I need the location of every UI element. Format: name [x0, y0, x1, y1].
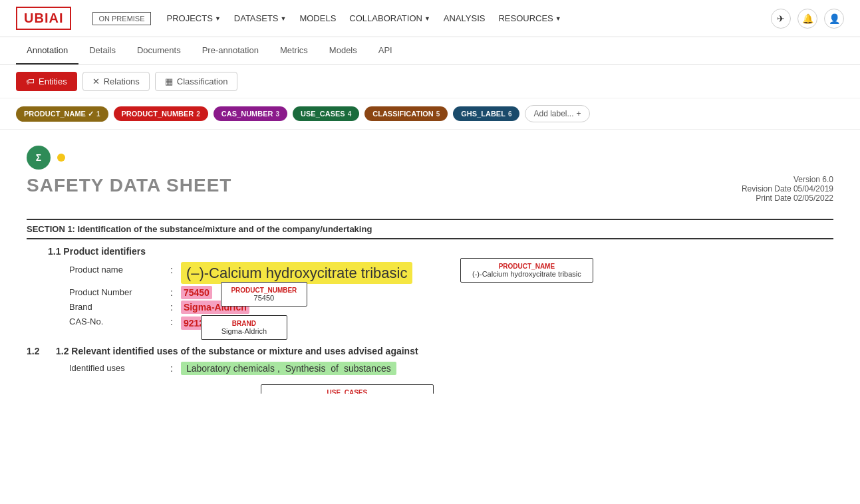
add-label-plus-icon: +	[577, 109, 581, 118]
print-date-text: Print Date 02/05/2022	[742, 193, 833, 203]
lab-chem-highlight: Laboratory chemicals	[184, 362, 277, 375]
nav-icon-group: ✈ 🔔 👤	[771, 9, 844, 29]
nav-datasets[interactable]: DATASETS ▼	[234, 13, 287, 23]
product-name-colon: :	[170, 265, 173, 275]
label-product-number[interactable]: PRODUCT_NUMBER 2	[114, 106, 208, 121]
nav-collaboration[interactable]: COLLABORATION ▼	[349, 13, 430, 23]
subsection-1-2-title: 1.2 Relevant identified uses of the subs…	[56, 346, 418, 356]
add-label-button[interactable]: Add label... +	[525, 105, 589, 122]
classification-label-text: CLASSIFICATION	[372, 110, 433, 118]
of-text: of	[331, 363, 341, 374]
product-number-tooltip-label: PRODUCT_NUMBER	[228, 287, 300, 294]
label-bar: PRODUCT_NAME ✓ 1 PRODUCT_NUMBER 2 CAS_NU…	[0, 98, 860, 130]
version-info: Version 6.0 Revision Date 05/04/2019 Pri…	[742, 175, 833, 203]
user-icon-button[interactable]: 👤	[824, 9, 844, 29]
collaboration-chevron: ▼	[424, 15, 430, 22]
brand-tooltip-label: BRAND	[208, 320, 280, 327]
top-navigation: UBIAI ON PREMISE PROJECTS ▼ DATASETS ▼ M…	[0, 0, 860, 37]
projects-chevron: ▼	[215, 15, 221, 22]
subsection-1-1-title: 1.1 Product identifiers	[48, 246, 833, 257]
product-name-row: Product name : (–)-Calcium hydroxycitrat…	[27, 265, 833, 282]
product-name-field-label: Product name	[69, 265, 162, 275]
product-name-highlighted[interactable]: (–)-Calcium hydroxycitrate tribasic	[181, 262, 413, 284]
relation-icon: ✕	[92, 76, 100, 86]
entity-tab-bar: 🏷 Entities ✕ Relations ▦ Classification	[0, 65, 860, 98]
datasets-chevron: ▼	[281, 15, 287, 22]
product-name-tooltip-label: PRODUCT_NAME	[468, 263, 586, 270]
tab-pre-annotation[interactable]: Pre-annotation	[192, 37, 269, 64]
identified-uses-value-area: Laboratory chemicals, Synthesis of subst…	[181, 363, 396, 374]
product-number-row: Product Number : 75450 PRODUCT_NUMBER 75…	[27, 287, 833, 298]
brand-field-label: Brand	[69, 302, 162, 312]
product-number-colon: :	[170, 287, 173, 298]
relations-tab[interactable]: ✕ Relations	[82, 72, 150, 91]
document-content: Σ SAFETY DATA SHEET Version 6.0 Revision…	[0, 130, 860, 394]
cas-field-label: CAS-No.	[69, 316, 162, 326]
premise-badge[interactable]: ON PREMISE	[92, 12, 150, 25]
cas-number-label-text: CAS_NUMBER	[221, 110, 273, 118]
brand-colon: :	[170, 302, 173, 313]
classification-label-num: 5	[436, 110, 440, 118]
product-number-highlighted[interactable]: 75450	[181, 286, 212, 299]
resources-chevron: ▼	[555, 15, 561, 22]
identified-uses-highlighted[interactable]: Laboratory chemicals, Synthesis of subst…	[181, 362, 396, 375]
label-product-name[interactable]: PRODUCT_NAME ✓ 1	[16, 106, 108, 122]
brand-tooltip: BRAND Sigma-Aldrich	[201, 315, 287, 340]
cas-row: CAS-No. : 921226-01-9	[27, 316, 833, 330]
product-number-tooltip-value: 75450	[228, 294, 300, 302]
product-number-label-num: 2	[196, 110, 200, 118]
relations-tab-label: Relations	[104, 76, 140, 86]
identified-uses-label: Identified uses	[69, 363, 162, 373]
use-cases-tooltip: USE_CASES Laboratory chemicals, Synthesi…	[261, 384, 434, 394]
logo[interactable]: UBIAI	[16, 7, 71, 30]
section-1-header: SECTION 1: Identification of the substan…	[27, 219, 833, 239]
nav-resources[interactable]: RESOURCES ▼	[498, 13, 561, 23]
classification-tab-label: Classification	[177, 76, 228, 86]
product-name-value-area: (–)-Calcium hydroxycitrate tribasic PROD…	[181, 265, 413, 282]
doc-logos: Σ	[27, 146, 833, 170]
sigma-logo: Σ	[27, 146, 51, 170]
label-cas-number[interactable]: CAS_NUMBER 3	[214, 106, 287, 121]
entities-tab[interactable]: 🏷 Entities	[16, 72, 77, 91]
product-number-tooltip: PRODUCT_NUMBER 75450	[221, 282, 307, 307]
bell-icon-button[interactable]: 🔔	[797, 9, 817, 29]
label-ghs-label[interactable]: GHS_LABEL 6	[453, 106, 519, 121]
entities-tab-label: Entities	[39, 76, 67, 86]
sub-navigation: Annotation Details Documents Pre-annotat…	[0, 37, 860, 65]
product-name-label-text: PRODUCT_NAME ✓	[24, 110, 94, 118]
tab-api[interactable]: API	[368, 37, 403, 64]
synthesis-highlight: Synthesis	[283, 362, 329, 375]
cas-colon: :	[170, 316, 173, 327]
identified-uses-row: Identified uses : Laboratory chemicals, …	[27, 363, 833, 374]
product-number-field-label: Product Number	[69, 287, 162, 297]
version-text: Version 6.0	[742, 175, 833, 184]
substances-highlight: substances	[341, 362, 394, 375]
tab-models[interactable]: Models	[319, 37, 368, 64]
product-name-tooltip-value: (-)-Calcium hydroxycitrate tribasic	[468, 270, 586, 278]
tab-metrics[interactable]: Metrics	[269, 37, 319, 64]
ghs-label-num: 6	[508, 110, 512, 118]
nav-projects[interactable]: PROJECTS ▼	[167, 13, 221, 23]
product-number-label-text: PRODUCT_NUMBER	[122, 110, 194, 118]
product-number-value-area: 75450 PRODUCT_NUMBER 75450	[181, 287, 212, 298]
classification-icon: ▦	[165, 76, 173, 86]
add-label-text: Add label...	[533, 109, 573, 118]
nav-analysis[interactable]: ANALYSIS	[444, 13, 486, 23]
use-cases-label-text: USE_CASES	[301, 110, 345, 118]
label-classification[interactable]: CLASSIFICATION 5	[364, 106, 448, 121]
tag-icon: 🏷	[26, 76, 35, 86]
label-use-cases[interactable]: USE_CASES 4	[293, 106, 359, 121]
nav-models[interactable]: MODELS	[299, 13, 336, 23]
subsection-1-2-header-row: 1.2 1.2 Relevant identified uses of the …	[27, 346, 833, 356]
brand-tooltip-value: Sigma-Aldrich	[208, 327, 280, 335]
classification-tab[interactable]: ▦ Classification	[155, 72, 238, 91]
document-title: SAFETY DATA SHEET	[27, 175, 231, 196]
tab-annotation[interactable]: Annotation	[16, 37, 78, 64]
tab-documents[interactable]: Documents	[126, 37, 192, 64]
tab-details[interactable]: Details	[78, 37, 126, 64]
sigma-dot	[57, 154, 65, 162]
send-icon-button[interactable]: ✈	[771, 9, 791, 29]
nav-items: PROJECTS ▼ DATASETS ▼ MODELS COLLABORATI…	[167, 13, 771, 23]
revision-text: Revision Date 05/04/2019	[742, 184, 833, 193]
product-name-label-num: 1	[96, 110, 100, 118]
